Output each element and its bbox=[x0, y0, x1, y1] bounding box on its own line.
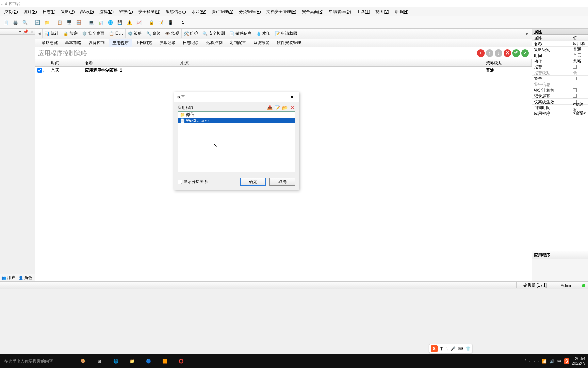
tray-clock[interactable]: 20:54 2022/7/ bbox=[572, 357, 585, 366]
subtb-5[interactable]: 🔧高级 bbox=[144, 29, 163, 38]
menu-c[interactable]: 控制(C) bbox=[1, 8, 21, 16]
chrome-icon[interactable]: 🔵 bbox=[140, 354, 157, 368]
subtb-6[interactable]: 👁️监视 bbox=[163, 29, 181, 38]
col-source[interactable]: 来源 bbox=[178, 59, 484, 66]
undo-button[interactable]: ↶ bbox=[512, 49, 520, 57]
policy-tab-4[interactable]: 上网浏览 bbox=[132, 39, 156, 47]
up-button[interactable]: ↑ bbox=[486, 49, 493, 57]
panel-close-icon[interactable]: ✕ bbox=[30, 29, 34, 34]
prop-row[interactable]: 动作忽略 bbox=[532, 58, 588, 64]
menu-h[interactable]: 帮助(H) bbox=[392, 8, 411, 16]
application-list[interactable]: 📁微信📄WeChat.exe bbox=[178, 111, 295, 172]
list-folder[interactable]: 📁微信 bbox=[178, 112, 295, 118]
remove-icon[interactable]: ✕ bbox=[289, 105, 295, 111]
subtb-11[interactable]: 📝申请权限 bbox=[273, 29, 299, 38]
policy-tab-9[interactable]: 系统报警 bbox=[250, 39, 273, 47]
tb-globe-icon[interactable]: 🌐 bbox=[106, 18, 115, 27]
tb-lock-icon[interactable]: 🔒 bbox=[147, 18, 156, 27]
prop-row[interactable]: 记录屏幕 bbox=[532, 93, 588, 99]
panel-dropdown-icon[interactable]: ▾ bbox=[18, 29, 22, 34]
cancel-button[interactable]: 取消 bbox=[270, 178, 295, 186]
prop-row[interactable]: 锁定计算机 bbox=[532, 87, 588, 93]
app-icon[interactable]: ⭕ bbox=[173, 354, 189, 368]
show-hierarchy-input[interactable] bbox=[178, 180, 182, 184]
menu-v[interactable]: 视图(V) bbox=[373, 8, 392, 16]
tray-app1-icon[interactable]: ▫ bbox=[529, 359, 530, 364]
ime-punct-icon[interactable]: °, bbox=[446, 346, 448, 351]
subtb-4[interactable]: ⚙️策略 bbox=[125, 29, 144, 38]
col-checkbox[interactable] bbox=[35, 59, 49, 66]
tray-ime-icon[interactable]: 中 bbox=[557, 358, 561, 364]
col-name[interactable]: 名称 bbox=[83, 59, 178, 66]
ime-keyboard-icon[interactable]: ⌨ bbox=[458, 346, 463, 351]
nav-left-icon[interactable]: ◀ bbox=[37, 30, 42, 38]
tb-disk-icon[interactable]: 💾 bbox=[115, 18, 124, 27]
col-level[interactable]: 策略级别 bbox=[484, 59, 532, 66]
prop-row[interactable]: 警告 bbox=[532, 76, 588, 81]
menu-q[interactable]: 申请管理(Q) bbox=[326, 8, 354, 16]
show-hierarchy-checkbox[interactable]: 显示分层关系 bbox=[178, 179, 208, 185]
subtb-10[interactable]: 💧水印 bbox=[254, 29, 273, 38]
tb-monitor-icon[interactable]: 💻 bbox=[87, 18, 96, 27]
prop-row[interactable]: 名称应用程 bbox=[532, 41, 588, 47]
tray-sogou-icon[interactable]: S bbox=[564, 358, 569, 364]
tb-phone-icon[interactable]: 📱 bbox=[166, 18, 175, 27]
tray-up-icon[interactable]: ^ bbox=[525, 359, 527, 364]
tb-folder-icon[interactable]: 📁 bbox=[43, 18, 51, 27]
tb-refresh-icon[interactable]: 🔄 bbox=[33, 18, 42, 27]
prop-row[interactable]: 时间全天 bbox=[532, 52, 588, 58]
menu-i[interactable]: 敏感信息(I) bbox=[163, 8, 189, 16]
menu-m[interactable]: 监视(M) bbox=[97, 8, 116, 16]
policy-row[interactable]: ↓全天应用程序控制策略_1普通 bbox=[35, 67, 532, 74]
edit-icon[interactable]: 📝 bbox=[274, 105, 280, 111]
taskview-icon[interactable]: ⊞ bbox=[91, 354, 108, 368]
powerpoint-icon[interactable]: 🟧 bbox=[157, 354, 173, 368]
menu-k[interactable]: 安全桌面(K) bbox=[299, 8, 326, 16]
menu-d[interactable]: 高级(D) bbox=[77, 8, 97, 16]
menu-s[interactable]: 统计(S) bbox=[21, 8, 40, 16]
tb-export-icon[interactable]: 📄 bbox=[1, 18, 10, 27]
tb-print-icon[interactable]: 🖨️ bbox=[11, 18, 20, 27]
tb-preview-icon[interactable]: 🔍 bbox=[20, 18, 29, 27]
policy-tab-7[interactable]: 远程控制 bbox=[203, 39, 226, 47]
prop-row[interactable]: 报警级别低 bbox=[532, 70, 588, 76]
prop-col-key[interactable]: 属性 bbox=[532, 35, 571, 41]
tb-copy-icon[interactable]: 📋 bbox=[55, 18, 64, 27]
policy-tab-10[interactable]: 软件安装管理 bbox=[273, 39, 305, 47]
ime-lang[interactable]: 中 bbox=[440, 346, 444, 352]
edge-icon[interactable]: 🌐 bbox=[108, 354, 124, 368]
prop-checkbox[interactable] bbox=[573, 77, 577, 80]
policy-tab-5[interactable]: 屏幕记录 bbox=[156, 39, 179, 47]
policy-tab-2[interactable]: 设备控制 bbox=[85, 39, 109, 47]
tray-wifi-icon[interactable]: 📶 bbox=[542, 359, 547, 364]
prop-checkbox[interactable] bbox=[573, 88, 577, 92]
tb-warning-icon[interactable]: ⚠️ bbox=[125, 18, 134, 27]
tab-users[interactable]: 👥 用户 bbox=[0, 274, 17, 281]
confirm-button[interactable]: ✓ bbox=[521, 49, 529, 57]
sogou-icon[interactable]: S bbox=[431, 345, 438, 352]
panel-pin-icon[interactable]: 📌 bbox=[22, 29, 29, 34]
explorer-icon[interactable]: 📁 bbox=[124, 354, 140, 368]
menu-w[interactable]: 水印(W) bbox=[189, 8, 209, 16]
down-button[interactable]: ↓ bbox=[495, 49, 502, 57]
tab-roles[interactable]: 👤 角色 bbox=[17, 274, 34, 281]
prop-checkbox[interactable] bbox=[573, 65, 577, 69]
tb-reload-icon[interactable]: ↻ bbox=[179, 18, 187, 27]
menu-r[interactable]: 分类管理(R) bbox=[236, 8, 264, 16]
import-icon[interactable]: 📥 bbox=[267, 105, 273, 111]
prop-row[interactable]: 应用程序<全部> bbox=[532, 110, 588, 116]
policy-tab-1[interactable]: 基本策略 bbox=[62, 39, 85, 47]
prop-checkbox[interactable] bbox=[573, 94, 577, 98]
nav-right-icon[interactable]: ▶ bbox=[525, 30, 530, 38]
tb-edit-icon[interactable]: 📝 bbox=[157, 18, 165, 27]
policy-tab-6[interactable]: 日志记录 bbox=[179, 39, 203, 47]
dialog-close-button[interactable]: ✕ bbox=[285, 93, 299, 102]
cortana-icon[interactable]: 🎨 bbox=[75, 354, 91, 368]
delete-button[interactable]: ✕ bbox=[504, 49, 511, 57]
tb-windows-icon[interactable]: 🪟 bbox=[74, 18, 83, 27]
menu-l[interactable]: 日志(L) bbox=[40, 8, 59, 16]
prop-col-val[interactable]: 值 bbox=[571, 35, 588, 41]
ime-toolbar[interactable]: S 中 °, 🎤 ⌨ 👕 bbox=[429, 344, 472, 353]
prop-row[interactable]: 策略级别普通 bbox=[532, 47, 588, 52]
tb-chart-icon[interactable]: 📈 bbox=[134, 18, 143, 27]
